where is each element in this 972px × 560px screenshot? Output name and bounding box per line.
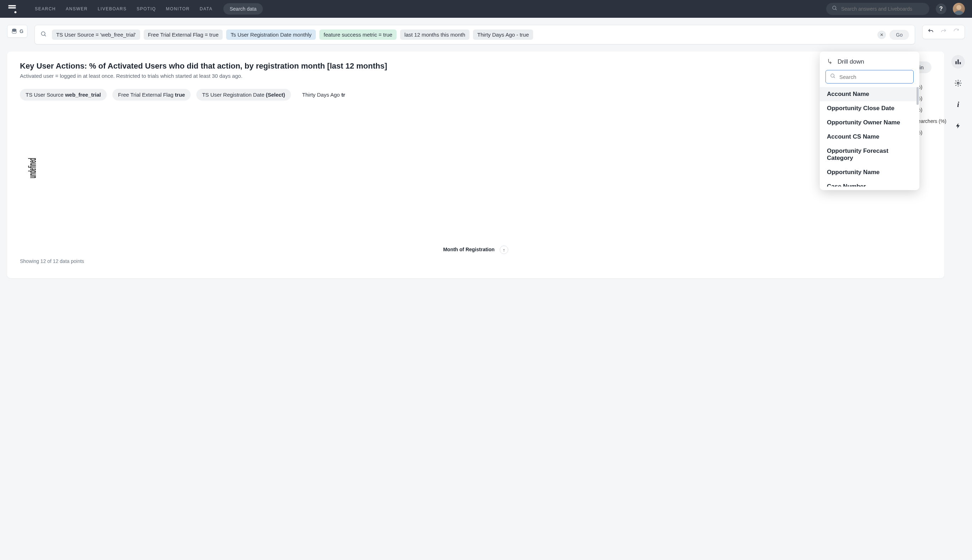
- chart-type-button[interactable]: [951, 55, 965, 68]
- svg-line-97: [834, 77, 835, 78]
- drilldown-title: Drill down: [838, 58, 864, 65]
- undo-icon[interactable]: [928, 28, 934, 36]
- search-icon: [832, 5, 838, 12]
- svg-rect-100: [960, 62, 960, 64]
- svg-rect-1: [8, 7, 16, 8]
- query-token[interactable]: TS User Source = 'web_free_trial': [52, 30, 140, 40]
- answer-title: Key User Actions: % of Activated Users w…: [20, 62, 901, 71]
- drilldown-popup: Drill down Account NameOpportunity Close…: [820, 52, 919, 190]
- nav-link-monitor[interactable]: MONITOR: [166, 7, 190, 12]
- search-icon: [830, 73, 836, 80]
- global-search-input[interactable]: [841, 6, 923, 12]
- filter-chip[interactable]: TS User Registration Date (Select): [196, 89, 291, 100]
- filter-chip[interactable]: Free Trial External Flag true: [112, 89, 191, 100]
- chart[interactable]: undefinedShare of Users with Key Actions…: [20, 108, 932, 264]
- info-button[interactable]: i: [951, 98, 965, 111]
- drilldown-arrow-icon: [827, 58, 833, 66]
- query-token[interactable]: Thirty Days Ago - true: [473, 30, 533, 40]
- svg-line-4: [835, 9, 836, 10]
- svg-line-9: [44, 35, 46, 36]
- search-data-button[interactable]: Search data: [223, 3, 263, 15]
- nav-link-answer[interactable]: ANSWER: [66, 7, 88, 12]
- drilldown-search-input[interactable]: [839, 74, 909, 80]
- drilldown-item[interactable]: Account CS Name: [820, 130, 919, 144]
- query-bar[interactable]: TS User Source = 'web_free_trial'Free Tr…: [35, 25, 915, 44]
- svg-point-5: [956, 5, 961, 10]
- query-token[interactable]: feature success metric = true: [320, 30, 396, 40]
- go-button[interactable]: Go: [890, 30, 909, 40]
- redo-icon[interactable]: [940, 28, 947, 36]
- svg-point-96: [831, 74, 834, 77]
- nav-link-liveboars[interactable]: LIVEBOARS: [98, 7, 127, 12]
- datasource-chip[interactable]: G: [7, 25, 27, 38]
- filter-chip[interactable]: TS User Source web_free_trial: [20, 89, 107, 100]
- clear-query-button[interactable]: ✕: [877, 30, 886, 39]
- query-token[interactable]: Ts User Registration Date monthly: [226, 30, 316, 40]
- drilldown-item[interactable]: Opportunity Close Date: [820, 101, 919, 115]
- settings-button[interactable]: [951, 77, 965, 90]
- svg-point-2: [14, 11, 16, 13]
- drilldown-item[interactable]: Opportunity Owner Name: [820, 115, 919, 130]
- search-icon: [40, 31, 47, 39]
- app-logo[interactable]: [7, 4, 17, 14]
- svg-rect-99: [957, 59, 959, 64]
- svg-point-101: [957, 82, 959, 84]
- query-token[interactable]: Free Trial External Flag = true: [144, 30, 223, 40]
- nav-link-data[interactable]: DATA: [200, 7, 212, 12]
- filter-chips: TS User Source web_free_trialFree Trial …: [20, 89, 932, 100]
- datasource-letter: G: [20, 28, 23, 34]
- query-token[interactable]: last 12 months this month: [400, 30, 470, 40]
- svg-text:undefinedShare of Users with K: undefinedShare of Users with Key Actions…: [26, 158, 38, 178]
- side-rail: i: [951, 52, 965, 133]
- spotiq-button[interactable]: [951, 119, 965, 133]
- topbar: SEARCHANSWERLIVEBOARSSPOTIQMONITORDATA S…: [0, 0, 972, 18]
- answer-subtitle: Activated user = logged in at least once…: [20, 73, 901, 79]
- svg-point-6: [954, 11, 964, 15]
- sort-button[interactable]: ↑: [500, 245, 508, 254]
- drilldown-item[interactable]: Opportunity Forecast Category: [820, 144, 919, 165]
- refresh-icon[interactable]: [953, 28, 960, 36]
- drilldown-item[interactable]: Account Name: [820, 87, 919, 101]
- svg-rect-0: [8, 5, 16, 7]
- history-controls: [922, 25, 965, 39]
- help-button[interactable]: ?: [936, 3, 946, 14]
- nav-link-search[interactable]: SEARCH: [35, 7, 56, 12]
- svg-point-8: [41, 32, 45, 35]
- data-points-footer: Showing 12 of 12 data points: [20, 258, 932, 264]
- drilldown-item[interactable]: Case Number: [820, 180, 919, 187]
- answer-card: Key User Actions: % of Activated Users w…: [7, 52, 944, 278]
- avatar[interactable]: [953, 3, 965, 15]
- global-search[interactable]: [826, 3, 929, 15]
- svg-point-3: [833, 6, 836, 9]
- nav-link-spotiq[interactable]: SPOTIQ: [137, 7, 156, 12]
- drilldown-list: Account NameOpportunity Close DateOpport…: [820, 87, 919, 187]
- database-icon: [11, 28, 17, 35]
- filter-chip[interactable]: Thirty Days Ago tr: [297, 89, 351, 100]
- drilldown-item[interactable]: Opportunity Name: [820, 165, 919, 180]
- drilldown-search[interactable]: [825, 70, 913, 83]
- nav-links: SEARCHANSWERLIVEBOARSSPOTIQMONITORDATA: [35, 7, 212, 12]
- svg-rect-98: [956, 61, 957, 64]
- scrollbar-thumb[interactable]: [917, 87, 918, 105]
- x-axis-label: Month of Registration: [443, 247, 495, 252]
